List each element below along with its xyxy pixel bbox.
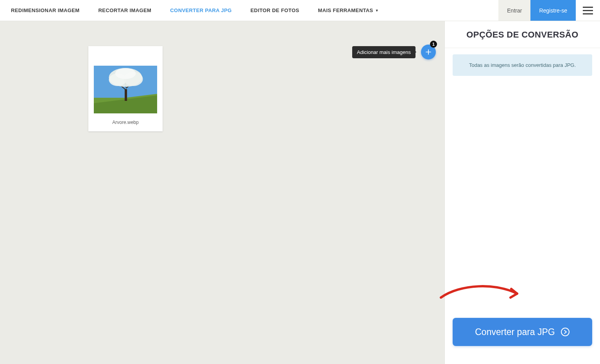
thumbnail-illustration [94,66,157,113]
conversion-info: Todas as imagens serão convertidas para … [453,54,592,76]
hamburger-icon [583,7,593,14]
svg-rect-0 [583,7,593,8]
svg-rect-6 [125,89,127,101]
convert-button[interactable]: Converter para JPG [453,318,592,346]
add-images-tooltip: Adicionar mais imagens [352,46,416,58]
convert-button-label: Converter para JPG [475,327,555,337]
image-thumbnail-card[interactable]: Arvore.webp [88,46,163,131]
svg-rect-1 [583,10,593,11]
image-count-badge: 1 [430,41,437,48]
annotation-arrow [437,282,527,305]
sidebar-title: OPÇÕES DE CONVERSÃO [445,21,600,48]
image-filename: Arvore.webp [88,113,163,131]
svg-point-13 [115,68,136,79]
image-thumbnail [94,66,157,113]
nav-more-tools-label: MAIS FERRAMENTAS [318,7,373,13]
main-content: Arvore.webp Adicionar mais imagens 1 OPÇ… [0,21,600,364]
options-sidebar: OPÇÕES DE CONVERSÃO Todas as imagens ser… [444,21,600,364]
plus-icon [425,48,432,56]
register-button[interactable]: Registre-se [530,0,576,21]
arrow-circle-right-icon [561,327,570,337]
nav-crop[interactable]: RECORTAR IMAGEM [89,0,161,21]
login-button[interactable]: Entrar [498,0,530,21]
nav-resize[interactable]: REDIMENSIONAR IMAGEM [2,0,89,21]
svg-point-14 [561,328,569,336]
chevron-down-icon: ▼ [375,9,379,13]
top-nav: REDIMENSIONAR IMAGEM RECORTAR IMAGEM CON… [0,0,600,21]
add-images-button[interactable]: 1 [421,45,436,59]
nav-convert-jpg[interactable]: CONVERTER PARA JPG [161,0,241,21]
nav-photo-editor[interactable]: EDITOR DE FOTOS [241,0,309,21]
hamburger-menu[interactable] [576,0,600,21]
svg-rect-2 [583,13,593,14]
add-images-widget: Adicionar mais imagens 1 [352,45,436,59]
image-canvas: Arvore.webp Adicionar mais imagens 1 [0,21,444,364]
nav-more-tools[interactable]: MAIS FERRAMENTAS ▼ [308,0,388,21]
